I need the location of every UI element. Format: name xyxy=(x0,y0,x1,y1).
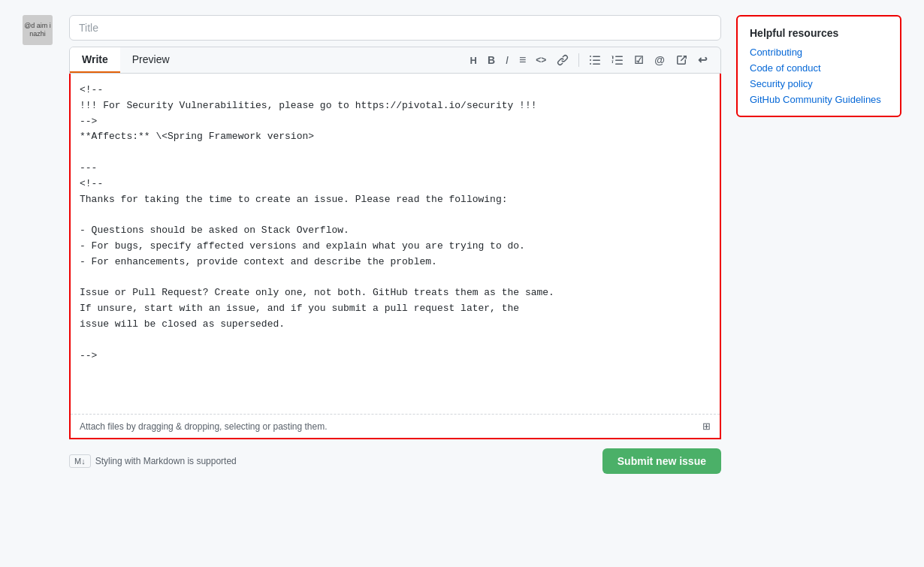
attach-text: Attach files by dragging & dropping, sel… xyxy=(80,421,328,432)
reference-button[interactable] xyxy=(672,52,691,68)
sidebar: Helpful resources Contributing Code of c… xyxy=(736,15,901,474)
editor-textarea[interactable]: <!-- !!! For Security Vulnerabilities, p… xyxy=(71,74,720,412)
italic-button[interactable]: I xyxy=(502,52,512,68)
editor-toolbar: Write Preview H B I ≡ <> xyxy=(69,47,721,74)
tab-preview[interactable]: Preview xyxy=(120,47,182,73)
footer-left: M↓ Styling with Markdown is supported xyxy=(69,454,237,468)
footer-bar: M↓ Styling with Markdown is supported Su… xyxy=(69,448,721,474)
code-of-conduct-link[interactable]: Code of conduct xyxy=(750,62,888,74)
community-guidelines-link[interactable]: GitHub Community Guidelines xyxy=(750,94,888,105)
tasklist-button[interactable]: ☑ xyxy=(630,52,648,68)
markdown-badge: M↓ xyxy=(69,454,91,468)
markdown-label: Styling with Markdown is supported xyxy=(95,456,237,466)
editor-tab-group: Write Preview xyxy=(70,47,182,73)
reply-button[interactable]: ↩ xyxy=(694,51,711,69)
helpful-resources-links: Contributing Code of conduct Security po… xyxy=(750,47,888,105)
helpful-resources-box: Helpful resources Contributing Code of c… xyxy=(736,15,901,117)
tab-write[interactable]: Write xyxy=(70,47,120,73)
contributing-link[interactable]: Contributing xyxy=(750,47,888,58)
mention-button[interactable]: @ xyxy=(651,52,669,68)
unordered-list-button[interactable] xyxy=(585,52,605,68)
security-policy-link[interactable]: Security policy xyxy=(750,78,888,89)
toolbar-icons: H B I ≡ <> ☑ @ xyxy=(457,48,720,72)
numbered-list-button[interactable] xyxy=(608,52,627,68)
bold-button[interactable]: B xyxy=(484,52,499,68)
avatar: @d aim inazhi xyxy=(23,15,53,45)
code-button[interactable]: <> xyxy=(532,53,550,68)
heading-button[interactable]: H xyxy=(467,53,481,68)
editor-body: <!-- !!! For Security Vulnerabilities, p… xyxy=(69,74,721,439)
submit-new-issue-button[interactable]: Submit new issue xyxy=(602,448,721,474)
attach-bar: Attach files by dragging & dropping, sel… xyxy=(71,414,720,438)
ordered-list-button[interactable]: ≡ xyxy=(515,51,529,69)
title-input[interactable] xyxy=(69,15,721,41)
toolbar-separator xyxy=(578,53,579,67)
helpful-resources-title: Helpful resources xyxy=(750,27,888,39)
link-button[interactable] xyxy=(553,52,572,68)
attach-icon: ⊞ xyxy=(702,421,711,432)
